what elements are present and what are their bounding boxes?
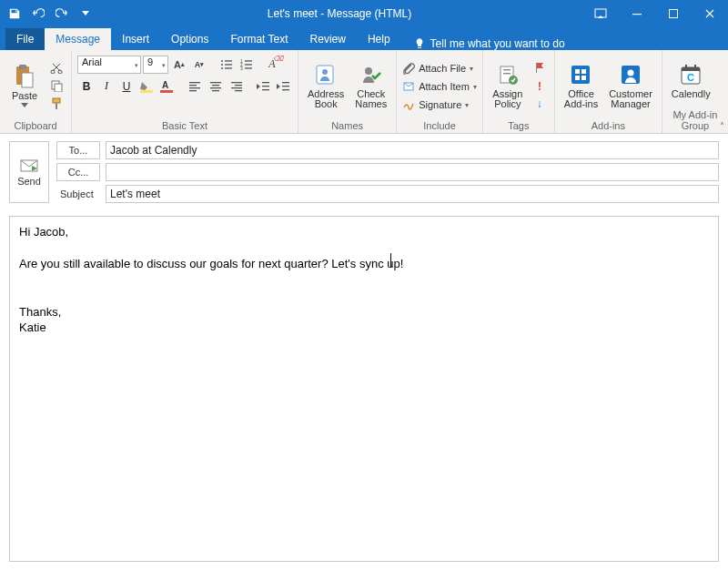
- svg-rect-37: [231, 87, 242, 88]
- assign-policy-button[interactable]: Assign Policy: [489, 60, 527, 111]
- bold-button[interactable]: B: [77, 78, 96, 95]
- font-name-selector[interactable]: Arial▾: [77, 56, 141, 74]
- title-bar: Let's meet - Message (HTML): [0, 0, 728, 26]
- group-tags: Assign Policy ! ↓ Tags: [483, 50, 555, 133]
- subject-input[interactable]: [106, 185, 719, 203]
- svg-text:C: C: [687, 72, 694, 83]
- undo-icon[interactable]: [27, 4, 49, 24]
- tab-review[interactable]: Review: [299, 28, 357, 50]
- group-addins: Office Add-ins Customer Manager Add-ins: [555, 50, 662, 133]
- svg-rect-5: [22, 73, 33, 87]
- group-clipboard-label: Clipboard: [5, 118, 66, 131]
- address-book-label: Address Book: [308, 89, 344, 109]
- svg-text:3: 3: [240, 66, 243, 70]
- align-right-icon[interactable]: [227, 78, 245, 95]
- close-icon[interactable]: [692, 0, 728, 26]
- attach-file-button[interactable]: Attach File▾: [402, 60, 473, 77]
- qat-dropdown-icon[interactable]: [75, 4, 96, 24]
- svg-rect-63: [685, 65, 687, 69]
- redo-icon[interactable]: [51, 4, 73, 24]
- svg-rect-58: [581, 76, 586, 80]
- check-names-button[interactable]: Check Names: [351, 60, 390, 111]
- minimize-icon[interactable]: [619, 0, 655, 26]
- message-body[interactable]: Hi Jacob, Are you still available to dis…: [9, 216, 719, 562]
- group-names-label: Names: [304, 118, 390, 131]
- svg-rect-44: [282, 89, 289, 90]
- office-addins-button[interactable]: Office Add-ins: [561, 60, 602, 111]
- svg-rect-57: [575, 76, 580, 80]
- group-clipboard: Paste Clipboard: [0, 50, 72, 133]
- to-button[interactable]: To...: [56, 141, 100, 159]
- font-color-icon[interactable]: A: [157, 78, 176, 95]
- low-importance-icon[interactable]: ↓: [531, 96, 549, 112]
- decrease-indent-icon[interactable]: [254, 78, 272, 95]
- send-icon: [19, 158, 39, 173]
- numbering-icon[interactable]: 123: [238, 56, 256, 73]
- ribbon-display-icon[interactable]: [582, 0, 619, 26]
- maximize-icon[interactable]: [655, 0, 692, 26]
- svg-rect-33: [210, 87, 221, 88]
- calendly-button[interactable]: C Calendly: [668, 60, 714, 101]
- assign-policy-icon: [495, 62, 521, 87]
- attach-item-button[interactable]: Attach Item▾: [402, 78, 477, 96]
- format-painter-icon[interactable]: [47, 96, 66, 112]
- svg-text:A: A: [162, 80, 168, 90]
- signature-button[interactable]: Signature▾: [402, 97, 469, 114]
- svg-point-12: [221, 60, 223, 62]
- svg-rect-39: [262, 82, 269, 83]
- tab-file[interactable]: File: [5, 28, 45, 50]
- svg-rect-29: [189, 87, 200, 88]
- save-icon[interactable]: [4, 4, 25, 24]
- highlight-icon[interactable]: [137, 78, 156, 95]
- cut-icon[interactable]: [47, 59, 66, 76]
- paste-button[interactable]: Paste: [5, 62, 44, 109]
- svg-rect-11: [56, 103, 57, 109]
- subject-label: Subject: [56, 185, 100, 203]
- chevron-down-icon: [21, 103, 28, 107]
- svg-rect-9: [55, 84, 62, 92]
- follow-up-icon[interactable]: [531, 59, 549, 76]
- tell-me-search[interactable]: Tell me what you want to do: [405, 37, 574, 50]
- italic-button[interactable]: I: [97, 78, 116, 95]
- svg-rect-64: [694, 65, 696, 69]
- tab-format-text[interactable]: Format Text: [219, 28, 298, 50]
- clear-formatting-icon[interactable]: A⌫: [263, 56, 281, 73]
- tab-options[interactable]: Options: [160, 28, 219, 50]
- svg-rect-2: [670, 9, 678, 17]
- address-book-button[interactable]: Address Book: [304, 60, 348, 111]
- calendly-label: Calendly: [672, 89, 711, 99]
- message-header: Send To... Cc... Subject: [9, 141, 719, 203]
- font-size-selector[interactable]: 9▾: [143, 56, 168, 74]
- increase-indent-icon[interactable]: [274, 78, 292, 95]
- body-line: Thanks,: [19, 304, 709, 321]
- svg-rect-31: [210, 82, 221, 83]
- svg-rect-51: [503, 73, 511, 74]
- collapse-ribbon-icon[interactable]: ˄: [720, 121, 724, 131]
- svg-rect-36: [235, 85, 242, 86]
- send-button[interactable]: Send: [9, 141, 49, 203]
- assign-policy-label: Assign Policy: [492, 89, 522, 109]
- tab-help[interactable]: Help: [357, 28, 401, 50]
- svg-rect-43: [282, 86, 289, 87]
- grow-font-icon[interactable]: A▴: [170, 56, 188, 73]
- align-center-icon[interactable]: [207, 78, 225, 95]
- tab-insert[interactable]: Insert: [111, 28, 160, 50]
- cc-input[interactable]: [106, 163, 719, 181]
- svg-rect-21: [245, 64, 252, 65]
- align-left-icon[interactable]: [187, 78, 205, 95]
- shrink-font-icon[interactable]: A▾: [190, 56, 208, 73]
- check-names-icon: [359, 62, 384, 87]
- cc-button[interactable]: Cc...: [56, 163, 100, 181]
- high-importance-icon[interactable]: !: [531, 77, 549, 94]
- group-tags-label: Tags: [489, 118, 549, 131]
- svg-rect-50: [503, 69, 511, 70]
- tab-message[interactable]: Message: [45, 28, 111, 50]
- bullets-icon[interactable]: [217, 56, 236, 73]
- ribbon: Paste Clipboard Arial▾ 9▾ A▴ A▾ 123 A: [0, 50, 728, 134]
- svg-rect-62: [682, 67, 700, 71]
- customer-manager-button[interactable]: Customer Manager: [605, 60, 656, 111]
- copy-icon[interactable]: [47, 77, 66, 94]
- underline-button[interactable]: U: [117, 78, 136, 95]
- lightbulb-icon: [414, 37, 425, 50]
- to-input[interactable]: [106, 141, 719, 159]
